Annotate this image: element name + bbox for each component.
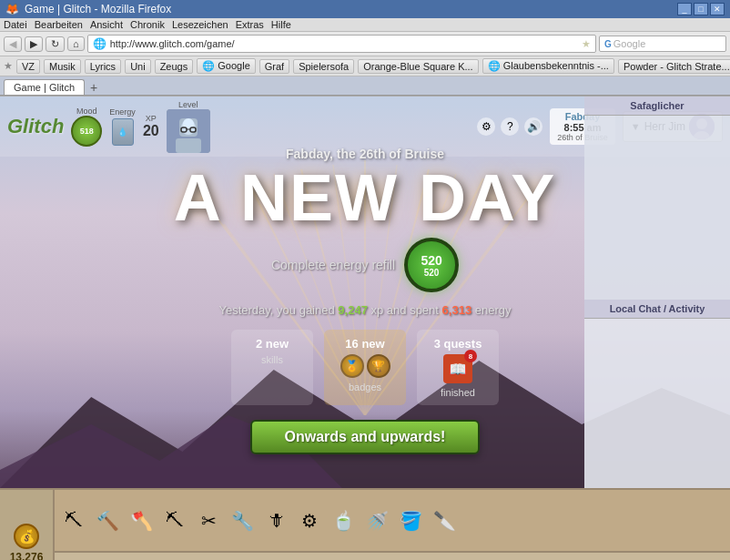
address-text: http://www.glitch.com/game/ (110, 38, 578, 49)
menu-lesezeichen[interactable]: Lesezeichen (172, 19, 228, 30)
tool-axe[interactable]: 🪓 (126, 505, 157, 536)
game-wrapper: Glitch Mood 518 Energy 💧 XP 20 Level (0, 97, 730, 488)
stat-quests-label: finished (441, 387, 475, 398)
mood-value: 518 (80, 127, 94, 136)
day-title: Fabday, the 26th of Bruise (286, 147, 444, 161)
glitch-logo: Glitch (7, 115, 64, 138)
bookmark-uni[interactable]: Uni (125, 59, 151, 74)
bookmark-graf[interactable]: Graf (259, 59, 289, 74)
bookmark-spielersofa[interactable]: Spielersofa (293, 59, 354, 74)
maximize-button[interactable]: □ (694, 3, 708, 15)
level-stat: Level (167, 100, 210, 153)
tool-scissors[interactable]: ✂ (193, 505, 224, 536)
currants-icon: 💰 (14, 524, 39, 549)
star-icon[interactable]: ★ (582, 38, 591, 50)
tool-watering[interactable]: 🚿 (361, 505, 392, 536)
tool-teapot[interactable]: 🍵 (328, 505, 359, 536)
inventory-left: 💰 13,276 Currants (0, 490, 55, 560)
window-controls: _ □ ✕ (677, 3, 725, 15)
new-tab-button[interactable]: + (86, 80, 101, 95)
stat-skills: 2 new skills (231, 330, 313, 405)
xp-gained: 9,247 (338, 303, 368, 317)
tool-hammer[interactable]: 🔨 (92, 505, 123, 536)
items-grid: 📄 🪨 10/15 🧺 🧲 🪣 10/16 🧱 (55, 553, 730, 560)
sidebar-chat-title: Local Chat / Activity (584, 300, 730, 319)
bookmark-glaub[interactable]: 🌐 Glaubensbekenntnis -... (482, 58, 614, 74)
menu-datei[interactable]: Datei (4, 19, 27, 30)
tool-pickaxe-2[interactable]: ⛏ (159, 505, 190, 536)
tool-pickaxe-1[interactable]: ⛏ (58, 505, 89, 536)
level-label: Level (178, 100, 198, 109)
tool-sword[interactable]: 🗡 (260, 505, 291, 536)
tools-row: ⛏ 🔨 🪓 ⛏ ✂ 🔧 🗡 ⚙ 🍵 🚿 🪣 🔪 (55, 490, 730, 553)
stat-badges: 16 new 🏅 🏆 badges (324, 330, 406, 405)
home-button[interactable]: ⌂ (67, 36, 85, 51)
menu-ansicht[interactable]: Ansicht (90, 19, 123, 30)
bookmark-vz[interactable]: VZ (16, 59, 40, 74)
cta-button[interactable]: Onwards and upwards! (250, 420, 481, 454)
energy-max: 520 (424, 268, 440, 278)
xp-value: 20 (143, 123, 159, 139)
address-bar[interactable]: 🌐 http://www.glitch.com/game/ ★ (87, 35, 596, 53)
bookmark-zeugs[interactable]: Zeugs (155, 59, 194, 74)
tool-bucket[interactable]: 🪣 (395, 505, 426, 536)
quest-icon: 📖 8 (443, 354, 472, 383)
currants-value: 13,276 (10, 551, 44, 560)
minimize-button[interactable]: _ (677, 3, 692, 15)
settings-icon[interactable]: ⚙ (477, 117, 495, 136)
search-bar[interactable]: G Google (599, 36, 726, 52)
close-button[interactable]: ✕ (710, 3, 725, 15)
xp-stat: XP 20 (143, 114, 159, 139)
bookmark-google[interactable]: 🌐 Google (197, 58, 256, 74)
new-day-heading: A NEW DAY (174, 165, 557, 230)
menu-hilfe[interactable]: Hilfe (271, 19, 291, 30)
bookmark-musik[interactable]: Musik (44, 59, 81, 74)
mood-label: Mood (76, 107, 97, 116)
google-icon: G (604, 39, 612, 49)
tool-wrench[interactable]: 🔧 (227, 505, 258, 536)
bookmark-icon: ★ (4, 60, 13, 72)
bookmark-lyrics[interactable]: Lyrics (85, 59, 121, 74)
energy-circle: 520 520 (404, 238, 459, 292)
inv-right-container: ⛏ 🔨 🪓 ⛏ ✂ 🔧 🗡 ⚙ 🍵 🚿 🪣 🔪 📄 🪨 10/15 (55, 490, 730, 560)
site-icon: 🌐 (93, 37, 106, 50)
bookmark-orange[interactable]: Orange-Blue Square K... (358, 59, 478, 74)
stat-quests-number: 3 quests (434, 337, 482, 351)
back-button[interactable]: ◀ (4, 36, 22, 52)
energy-refill-label: Complete energy refill (271, 258, 395, 272)
menu-extras[interactable]: Extras (236, 19, 264, 30)
energy-stat: Energy 💧 (109, 107, 136, 146)
summary-prefix: Yesterday, you gained (218, 303, 334, 317)
quest-badge: 8 (464, 350, 477, 362)
title-bar: 🦊 Game | Glitch - Mozilla Firefox _ □ ✕ (0, 0, 730, 18)
stats-row: 2 new skills 16 new 🏅 🏆 badges 3 quests … (231, 330, 499, 405)
search-text: Google (613, 38, 721, 49)
xp-suffix: xp and spent (371, 303, 439, 317)
sound-icon[interactable]: 🔊 (524, 117, 542, 136)
tool-gear[interactable]: ⚙ (294, 505, 325, 536)
help-icon[interactable]: ? (501, 117, 519, 136)
xp-summary: Yesterday, you gained 9,247 xp and spent… (218, 303, 511, 317)
stat-badges-label: badges (349, 382, 381, 392)
window-title: Game | Glitch - Mozilla Firefox (25, 3, 171, 15)
tab-game-glitch[interactable]: Game | Glitch (4, 79, 85, 95)
badges-icons-row: 🏅 🏆 (340, 354, 390, 378)
menu-bearbeiten[interactable]: Bearbeiten (35, 19, 83, 30)
energy-label: Energy (109, 107, 136, 117)
energy-suffix: energy (475, 303, 512, 317)
energy-spent: 6,313 (442, 303, 472, 317)
right-sidebar: Safaglicher Local Chat / Activity (584, 97, 730, 488)
refresh-button[interactable]: ↻ (46, 36, 65, 52)
stat-quests: 3 quests 📖 8 finished (417, 330, 499, 405)
tab-bar: Game | Glitch + (0, 76, 730, 96)
bookmark-powder[interactable]: Powder - Glitch Strate... (618, 59, 730, 74)
mood-circle: 518 (71, 116, 102, 147)
browser-icon: 🦊 (5, 3, 19, 15)
forward-button[interactable]: ▶ (25, 36, 43, 52)
tool-knife[interactable]: 🔪 (429, 505, 460, 536)
menu-chronik[interactable]: Chronik (130, 19, 165, 30)
inventory: 💰 13,276 Currants ⛏ 🔨 🪓 ⛏ ✂ 🔧 🗡 ⚙ 🍵 🚿 🪣 … (0, 488, 730, 560)
energy-current: 520 (421, 253, 441, 268)
sidebar-content (584, 116, 730, 300)
sidebar-chat (584, 319, 730, 488)
